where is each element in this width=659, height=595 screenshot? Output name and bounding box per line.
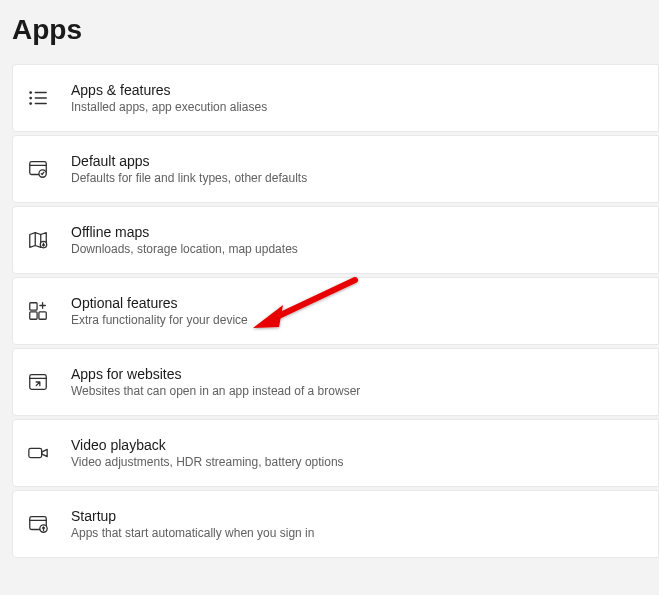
startup-item[interactable]: Startup Apps that start automatically wh… — [12, 490, 659, 558]
item-desc: Video adjustments, HDR streaming, batter… — [71, 455, 344, 469]
item-title: Optional features — [71, 295, 248, 311]
offline-maps-icon — [27, 229, 49, 251]
apps-and-features-item[interactable]: Apps & features Installed apps, app exec… — [12, 64, 659, 132]
item-title: Default apps — [71, 153, 307, 169]
item-desc: Apps that start automatically when you s… — [71, 526, 314, 540]
svg-rect-12 — [30, 303, 37, 310]
item-desc: Websites that can open in an app instead… — [71, 384, 360, 398]
item-title: Startup — [71, 508, 314, 524]
svg-rect-14 — [39, 312, 46, 319]
default-apps-item[interactable]: Default apps Defaults for file and link … — [12, 135, 659, 203]
offline-maps-item[interactable]: Offline maps Downloads, storage location… — [12, 206, 659, 274]
optional-features-icon — [27, 300, 49, 322]
item-desc: Downloads, storage location, map updates — [71, 242, 298, 256]
svg-point-1 — [29, 97, 32, 100]
svg-point-2 — [29, 102, 32, 105]
video-playback-item[interactable]: Video playback Video adjustments, HDR st… — [12, 419, 659, 487]
settings-list: Apps & features Installed apps, app exec… — [0, 64, 659, 558]
item-title: Offline maps — [71, 224, 298, 240]
item-title: Apps for websites — [71, 366, 360, 382]
page-title: Apps — [0, 0, 659, 64]
item-title: Video playback — [71, 437, 344, 453]
item-desc: Installed apps, app execution aliases — [71, 100, 267, 114]
svg-rect-19 — [29, 448, 42, 457]
svg-point-0 — [29, 91, 32, 94]
default-apps-icon — [27, 158, 49, 180]
optional-features-item[interactable]: Optional features Extra functionality fo… — [12, 277, 659, 345]
item-desc: Extra functionality for your device — [71, 313, 248, 327]
video-playback-icon — [27, 442, 49, 464]
apps-for-websites-icon — [27, 371, 49, 393]
item-desc: Defaults for file and link types, other … — [71, 171, 307, 185]
apps-features-icon — [27, 87, 49, 109]
apps-for-websites-item[interactable]: Apps for websites Websites that can open… — [12, 348, 659, 416]
item-title: Apps & features — [71, 82, 267, 98]
svg-rect-13 — [30, 312, 37, 319]
startup-icon — [27, 513, 49, 535]
